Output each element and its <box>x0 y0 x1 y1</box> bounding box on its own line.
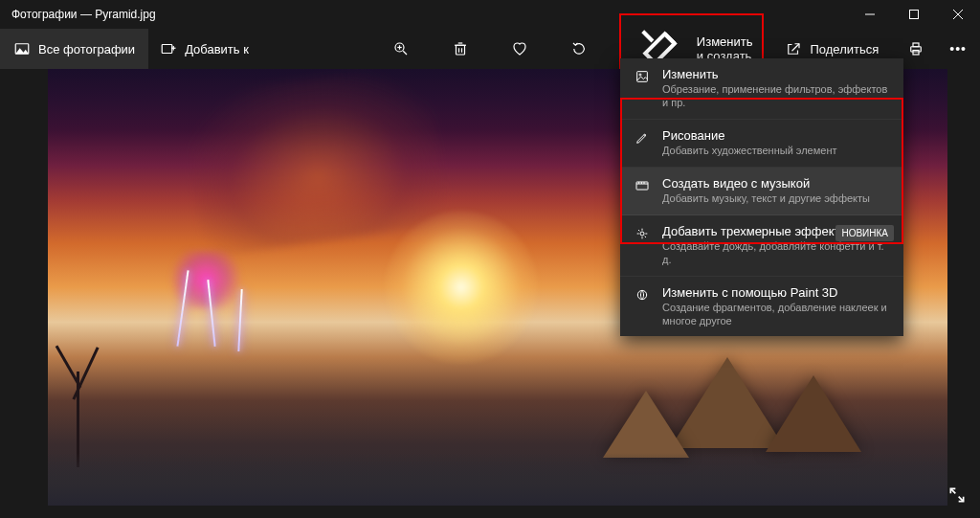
fullscreen-button[interactable] <box>944 482 970 508</box>
menu-item-title: Рисование <box>662 128 890 144</box>
add-to-label: Добавить к <box>185 42 249 56</box>
svg-rect-21 <box>913 51 919 56</box>
svg-marker-5 <box>15 48 29 54</box>
edit-icon <box>634 68 651 85</box>
trash-icon <box>452 40 469 57</box>
painting-pyramid <box>766 375 861 452</box>
heart-icon <box>511 40 528 57</box>
svg-point-39 <box>637 290 646 299</box>
menu-item-subtitle: Создание фрагментов, добавление наклеек … <box>662 302 890 328</box>
menu-item-3d-effects[interactable]: Добавить трехмерные эффекты Создавайте д… <box>620 215 903 277</box>
svg-rect-19 <box>911 47 922 52</box>
svg-line-18 <box>642 32 652 41</box>
toolbar-left: Все фотографии Добавить к <box>0 29 260 69</box>
menu-item-edit[interactable]: Изменить Обрезание, применение фильтров,… <box>620 58 903 120</box>
svg-point-25 <box>639 74 641 76</box>
painting-foreground <box>48 453 947 506</box>
zoom-in-icon <box>392 40 410 57</box>
svg-rect-27 <box>636 182 648 190</box>
toolbar-center <box>385 33 595 65</box>
painting-pyramid <box>603 391 689 458</box>
share-icon <box>785 40 802 57</box>
rotate-icon <box>570 40 588 57</box>
delete-button[interactable] <box>444 33 477 65</box>
zoom-button[interactable] <box>385 33 417 65</box>
all-photos-button[interactable]: Все фотографии <box>0 29 148 69</box>
painting-sun <box>385 211 538 364</box>
edit-create-menu: Изменить Обрезание, применение фильтров,… <box>620 58 903 336</box>
video-music-icon <box>634 177 651 194</box>
gallery-icon <box>13 40 31 57</box>
more-button[interactable]: ••• <box>942 34 974 64</box>
menu-item-title: Изменить с помощью Paint 3D <box>662 285 890 301</box>
menu-item-draw[interactable]: Рисование Добавить художественный элемен… <box>620 120 903 168</box>
pen-icon <box>634 129 651 146</box>
menu-item-title: Изменить <box>662 67 890 82</box>
ellipsis-icon: ••• <box>949 41 967 56</box>
new-badge: НОВИНКА <box>835 225 894 241</box>
menu-item-create-video[interactable]: Создать видео с музыкой Добавить музыку,… <box>620 168 903 215</box>
menu-item-paint3d[interactable]: Изменить с помощью Paint 3D Создание фра… <box>620 277 903 337</box>
add-to-button[interactable]: Добавить к <box>148 33 260 65</box>
menu-item-title: Создать видео с музыкой <box>662 176 890 191</box>
menu-item-subtitle: Создавайте дождь, добавляйте конфетти и … <box>662 240 890 267</box>
svg-line-37 <box>638 230 639 231</box>
print-icon <box>907 40 924 57</box>
sparkle-icon <box>634 225 651 242</box>
svg-rect-24 <box>637 72 648 82</box>
svg-line-10 <box>403 51 407 55</box>
add-to-icon <box>160 40 177 57</box>
share-label: Поделиться <box>810 42 879 56</box>
all-photos-label: Все фотографии <box>38 42 135 56</box>
svg-rect-20 <box>913 43 919 47</box>
favorite-button[interactable] <box>503 33 536 65</box>
window-title: Фотографии — Pyramid.jpg <box>11 8 156 21</box>
painting-flash <box>163 251 249 308</box>
menu-item-subtitle: Обрезание, применение фильтров, эффектов… <box>662 83 890 110</box>
print-button[interactable] <box>900 33 932 65</box>
paint3d-icon <box>634 286 651 304</box>
svg-rect-13 <box>457 45 465 55</box>
expand-icon <box>947 485 967 505</box>
svg-line-38 <box>645 236 646 236</box>
svg-point-32 <box>640 232 644 236</box>
menu-item-subtitle: Добавить художественный элемент <box>662 145 890 158</box>
rotate-button[interactable] <box>563 33 595 65</box>
menu-item-subtitle: Добавить музыку, текст и другие эффекты <box>662 192 890 206</box>
svg-rect-6 <box>162 45 172 54</box>
